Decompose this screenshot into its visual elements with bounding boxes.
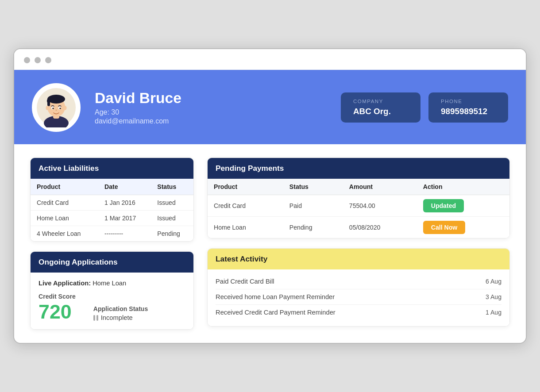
- pause-bar-2: [96, 315, 98, 321]
- liability-product: Credit Card: [31, 195, 98, 210]
- svg-point-6: [47, 98, 50, 104]
- pending-payments-body: Product Status Amount Action Credit Card…: [208, 179, 509, 238]
- latest-activity-body: Paid Credit Card Bill 6 Aug Received hom…: [208, 269, 509, 326]
- col-product: Product: [31, 179, 98, 195]
- avatar-image: [36, 88, 76, 127]
- titlebar: [14, 49, 526, 70]
- profile-header: David Bruce Age: 30 david@emailname.com …: [14, 70, 526, 144]
- activity-date: 3 Aug: [486, 293, 501, 300]
- user-info: David Bruce Age: 30 david@emailname.com: [95, 90, 327, 125]
- pp-col-product: Product: [208, 179, 283, 195]
- titlebar-dot-1: [24, 57, 30, 63]
- credit-score-label: Credit Score: [39, 293, 76, 300]
- app-status-text: Incomplete: [101, 314, 133, 321]
- svg-point-11: [46, 106, 49, 110]
- ongoing-applications-card: Ongoing Applications Live Application: H…: [30, 251, 194, 330]
- ongoing-applications-body: Live Application: Home Loan Credit Score…: [31, 273, 193, 330]
- main-content: Active Liabilities Product Date Status C…: [14, 144, 526, 343]
- active-liabilities-body: Product Date Status Credit Card 1 Jan 20…: [31, 179, 193, 241]
- pending-action[interactable]: Updated: [417, 195, 509, 216]
- liability-product: Home Loan: [31, 210, 98, 226]
- svg-point-9: [52, 108, 54, 109]
- pending-product: Home Loan: [208, 216, 283, 238]
- company-value: ABC Org.: [353, 107, 408, 116]
- activity-text: Received Credit Card Payment Reminder: [216, 309, 336, 316]
- active-liabilities-card: Active Liabilities Product Date Status C…: [30, 158, 194, 242]
- credit-score-section: Credit Score 720: [39, 293, 76, 322]
- phone-value: 9895989512: [441, 107, 496, 116]
- liability-product: 4 Wheeler Loan: [31, 226, 98, 241]
- liability-status: Pending: [151, 226, 193, 241]
- right-column: Pending Payments Product Status Amount A…: [207, 158, 510, 330]
- left-column: Active Liabilities Product Date Status C…: [30, 158, 194, 330]
- pending-action[interactable]: Call Now: [417, 216, 509, 238]
- live-value: Home Loan: [93, 280, 126, 287]
- table-row: Home Loan Pending 05/08/2020 Call Now: [208, 216, 509, 238]
- list-item: Received Credit Card Payment Reminder 1 …: [216, 305, 501, 320]
- activity-text: Paid Credit Card Bill: [216, 278, 274, 285]
- pending-payments-table: Product Status Amount Action Credit Card…: [208, 179, 509, 238]
- live-application-label: Live Application: Home Loan: [39, 280, 185, 287]
- active-liabilities-table: Product Date Status Credit Card 1 Jan 20…: [31, 179, 193, 241]
- header-cards: COMPANY ABC Org. PHONE 9895989512: [341, 92, 508, 123]
- pending-amount: 75504.00: [343, 195, 417, 216]
- pp-col-status: Status: [283, 179, 343, 195]
- svg-point-12: [64, 106, 67, 110]
- company-card: COMPANY ABC Org.: [341, 92, 420, 123]
- svg-point-10: [59, 108, 61, 109]
- titlebar-dot-2: [35, 57, 41, 63]
- pause-icon: [93, 315, 98, 321]
- activity-date: 1 Aug: [486, 309, 501, 316]
- pending-payments-header: Pending Payments: [208, 158, 509, 179]
- liability-date: 1 Jan 2016: [98, 195, 151, 210]
- list-item: Received home Loan Payment Reminder 3 Au…: [216, 289, 501, 305]
- callnow-button[interactable]: Call Now: [423, 221, 465, 234]
- table-row: Credit Card 1 Jan 2016 Issued: [31, 195, 193, 210]
- avatar: [32, 83, 81, 132]
- updated-button[interactable]: Updated: [423, 199, 464, 212]
- app-status-value: Incomplete: [93, 314, 148, 321]
- pending-status: Pending: [283, 216, 343, 238]
- col-date: Date: [98, 179, 151, 195]
- pending-product: Credit Card: [208, 195, 283, 216]
- table-row: 4 Wheeler Loan --------- Pending: [31, 226, 193, 241]
- pp-col-amount: Amount: [343, 179, 417, 195]
- company-label: COMPANY: [353, 99, 408, 104]
- app-status-section: Application Status Incomplete: [93, 305, 148, 321]
- ongoing-applications-header: Ongoing Applications: [31, 252, 193, 273]
- user-email: david@emailname.com: [95, 117, 327, 125]
- phone-label: PHONE: [441, 99, 496, 104]
- phone-card: PHONE 9895989512: [428, 92, 508, 123]
- pending-payments-card: Pending Payments Product Status Amount A…: [207, 158, 510, 238]
- live-label: Live Application:: [39, 280, 91, 287]
- activity-date: 6 Aug: [486, 278, 501, 285]
- app-status-label: Application Status: [93, 305, 148, 312]
- pause-bar-1: [93, 315, 95, 321]
- active-liabilities-header: Active Liabilities: [31, 158, 193, 179]
- app-window: David Bruce Age: 30 david@emailname.com …: [13, 48, 527, 344]
- activity-list: Paid Credit Card Bill 6 Aug Received hom…: [208, 269, 509, 326]
- credit-score-value: 720: [39, 302, 76, 322]
- pending-amount: 05/08/2020: [343, 216, 417, 238]
- user-age: Age: 30: [95, 108, 327, 116]
- liability-status: Issued: [151, 210, 193, 226]
- col-status: Status: [151, 179, 193, 195]
- user-name: David Bruce: [95, 90, 327, 107]
- table-row: Home Loan 1 Mar 2017 Issued: [31, 210, 193, 226]
- ongoing-row: Credit Score 720 Application Status Inco…: [39, 293, 185, 322]
- titlebar-dot-3: [45, 57, 51, 63]
- liability-status: Issued: [151, 195, 193, 210]
- liability-date: ---------: [98, 226, 151, 241]
- latest-activity-header: Latest Activity: [208, 249, 509, 269]
- activity-text: Received home Loan Payment Reminder: [216, 293, 335, 300]
- pp-col-action: Action: [417, 179, 509, 195]
- latest-activity-card: Latest Activity Paid Credit Card Bill 6 …: [207, 248, 510, 327]
- list-item: Paid Credit Card Bill 6 Aug: [216, 274, 501, 289]
- pending-status: Paid: [283, 195, 343, 216]
- table-row: Credit Card Paid 75504.00 Updated: [208, 195, 509, 216]
- liability-date: 1 Mar 2017: [98, 210, 151, 226]
